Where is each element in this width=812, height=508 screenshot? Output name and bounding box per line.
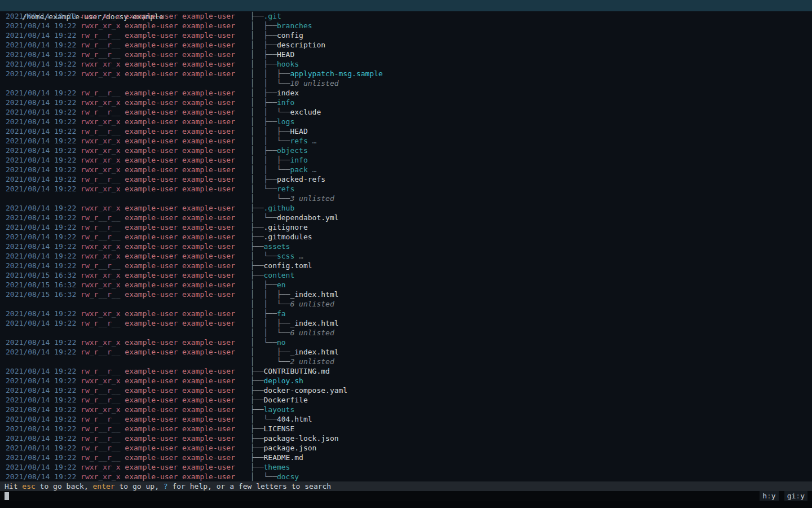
file-row[interactable]: 2021/08/14 19:22 rwxr_xr_x example-user … [0,251,812,261]
file-name[interactable]: CONTRIBUTING.md [263,367,329,375]
file-name[interactable]: config [277,31,303,40]
dir-name[interactable]: info [277,98,294,107]
file-row[interactable]: 2021/08/14 19:22 rw_r__r__ example-user … [0,443,812,453]
dir-name[interactable]: no [277,338,286,347]
dir-name[interactable]: pack [290,165,307,174]
file-row[interactable]: 2021/08/14 19:22 rw_r__r__ example-user … [0,424,812,433]
file-row[interactable]: 2021/08/14 19:22 rwxr_xr_x example-user … [0,59,812,69]
dir-name[interactable]: refs [277,185,294,193]
file-row[interactable]: 2021/08/14 19:22 rwxr_xr_x example-user … [0,21,812,30]
dir-name[interactable]: branches [277,21,312,30]
file-name[interactable]: LICENSE [263,424,294,433]
file-row[interactable]: │ │ └──6 unlisted [0,328,812,338]
file-row[interactable]: 2021/08/14 19:22 rwxr_xr_x example-user … [0,69,812,78]
file-row[interactable]: 2021/08/15 16:32 rwxr_xr_x example-user … [0,280,812,290]
file-row[interactable]: │ └──3 unlisted [0,194,812,203]
file-row[interactable]: 2021/08/14 19:22 rwxr_xr_x example-user … [0,155,812,165]
file-row[interactable]: │ │ └──6 unlisted [0,299,812,309]
dir-name[interactable]: logs [277,117,294,126]
file-name[interactable]: description [277,41,325,49]
tree-cell: │ └──3 unlisted [250,194,334,203]
file-name[interactable]: README.md [263,453,303,462]
file-row[interactable]: 2021/08/14 19:22 rwxr_xr_x example-user … [0,136,812,146]
file-row[interactable]: │ │ └──10 unlisted [0,78,812,88]
file-row[interactable]: 2021/08/14 19:22 rw_r__r__ example-user … [0,347,812,357]
file-row[interactable]: 2021/08/14 19:22 rw_r__r__ example-user … [0,30,812,40]
file-meta: 2021/08/15 16:32 rw_r__r__ example-user … [0,290,250,299]
file-row[interactable]: 2021/08/14 19:22 rwxr_xr_x example-user … [0,98,812,107]
file-row[interactable]: 2021/08/14 19:22 rwxr_xr_x example-user … [0,146,812,155]
file-row[interactable]: 2021/08/14 19:22 rwxr_xr_x example-user … [0,165,812,174]
file-name[interactable]: 404.html [277,415,312,423]
path-bar[interactable]: /home/example-user/docsy-example [0,0,812,11]
file-name[interactable]: HEAD [290,127,307,135]
file-row[interactable]: 2021/08/14 19:22 rwxr_xr_x example-user … [0,462,812,472]
dir-name[interactable]: .git [263,12,281,20]
file-name[interactable]: _index.html [290,348,338,356]
file-row[interactable]: 2021/08/14 19:22 rw_r__r__ example-user … [0,213,812,222]
file-row[interactable]: 2021/08/14 19:22 rw_r__r__ example-user … [0,222,812,232]
file-row[interactable]: 2021/08/14 19:22 rwxr_xr_x example-user … [0,405,812,414]
file-row[interactable]: 2021/08/14 19:22 rw_r__r__ example-user … [0,395,812,405]
file-name[interactable]: _index.html [290,319,338,327]
file-row[interactable]: 2021/08/14 19:22 rw_r__r__ example-user … [0,261,812,270]
file-name[interactable]: packed-refs [277,175,325,183]
file-row[interactable]: 2021/08/15 16:32 rwxr_xr_x example-user … [0,270,812,280]
file-row[interactable]: 2021/08/14 19:22 rw_r__r__ example-user … [0,50,812,59]
file-row[interactable]: 2021/08/14 19:22 rw_r__r__ example-user … [0,366,812,376]
dir-name[interactable]: objects [277,146,308,155]
file-row[interactable]: 2021/08/14 19:22 rwxr_xr_x example-user … [0,11,812,21]
file-row[interactable]: 2021/08/14 19:22 rwxr_xr_x example-user … [0,242,812,251]
file-row[interactable]: 2021/08/14 19:22 rwxr_xr_x example-user … [0,338,812,347]
file-row[interactable]: 2021/08/14 19:22 rw_r__r__ example-user … [0,126,812,136]
file-row[interactable]: 2021/08/14 19:22 rw_r__r__ example-user … [0,414,812,424]
dir-name[interactable]: info [290,156,307,164]
dir-name[interactable]: themes [263,463,290,471]
file-name[interactable]: Dockerfile [263,396,307,404]
file-name[interactable]: package-lock.json [263,434,338,443]
dir-name[interactable]: content [263,271,294,279]
dir-name[interactable]: hooks [277,60,299,68]
dir-name[interactable]: docsy [277,472,299,481]
dir-name[interactable]: assets [263,242,290,251]
file-row[interactable]: 2021/08/14 19:22 rw_r__r__ example-user … [0,40,812,50]
dir-name[interactable]: en [277,281,286,289]
file-name[interactable]: .gitignore [263,223,307,231]
tree-cell: │ │ ├──info [250,155,308,165]
file-row[interactable]: 2021/08/14 19:22 rw_r__r__ example-user … [0,453,812,462]
file-row[interactable]: 2021/08/14 19:22 rwxr_xr_x example-user … [0,472,812,481]
file-row[interactable]: 2021/08/14 19:22 rw_r__r__ example-user … [0,386,812,395]
file-row[interactable]: 2021/08/14 19:22 rw_r__r__ example-user … [0,433,812,443]
file-name[interactable]: docker-compose.yaml [263,386,347,395]
dir-name[interactable]: refs [290,137,307,145]
dir-name[interactable]: layouts [263,405,294,414]
file-name[interactable]: applypatch-msg.sample [290,69,382,78]
file-row[interactable]: 2021/08/14 19:22 rw_r__r__ example-user … [0,174,812,184]
file-row[interactable]: 2021/08/14 19:22 rw_r__r__ example-user … [0,107,812,117]
file-name[interactable]: _index.html [290,290,338,299]
file-row[interactable]: 2021/08/14 19:22 rw_r__r__ example-user … [0,318,812,328]
file-name[interactable]: .gitmodules [263,233,312,241]
file-row[interactable]: 2021/08/14 19:22 rwxr_xr_x example-user … [0,117,812,126]
file-name[interactable]: config.toml [263,261,312,270]
file-row[interactable]: 2021/08/15 16:32 rw_r__r__ example-user … [0,290,812,299]
dir-name[interactable]: .github [263,204,294,212]
file-row[interactable]: 2021/08/14 19:22 rwxr_xr_x example-user … [0,203,812,213]
dir-name[interactable]: scss [277,252,294,260]
file-name[interactable]: index [277,89,299,97]
command-input-row[interactable]: h:ygi:y [0,491,812,501]
file-row[interactable]: 2021/08/14 19:22 rw_r__r__ example-user … [0,232,812,242]
file-name[interactable]: HEAD [277,50,294,59]
file-row[interactable]: 2021/08/14 19:22 rwxr_xr_x example-user … [0,376,812,386]
file-name[interactable]: deploy.sh [263,376,303,385]
file-name[interactable]: package.json [263,444,316,452]
file-row[interactable]: 2021/08/14 19:22 rwxr_xr_x example-user … [0,184,812,194]
file-row[interactable]: 2021/08/14 19:22 rwxr_xr_x example-user … [0,309,812,318]
file-name[interactable]: dependabot.yml [277,213,339,222]
tree-cell: │ │ └──exclude [250,107,321,117]
file-name[interactable]: exclude [290,108,321,116]
file-permissions: rwxr_xr_x [81,405,120,414]
dir-name[interactable]: fa [277,309,286,318]
file-row[interactable]: │ └──2 unlisted [0,357,812,366]
file-row[interactable]: 2021/08/14 19:22 rw_r__r__ example-user … [0,88,812,98]
